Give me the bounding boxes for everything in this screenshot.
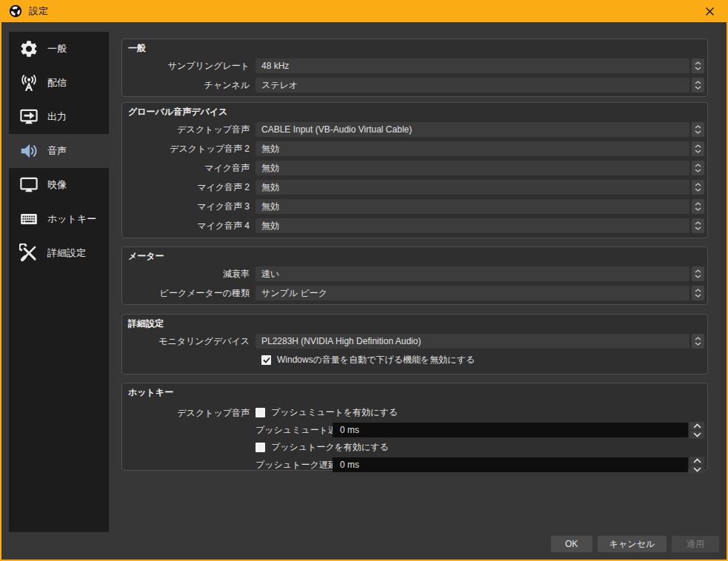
- decay-rate-select[interactable]: 速い: [256, 266, 689, 281]
- spinner-buttons[interactable]: [692, 180, 704, 195]
- display-icon: [18, 174, 40, 196]
- obs-logo-icon: [9, 4, 22, 18]
- form-row-desktop-audio-2: デスクトップ音声 2 無効: [124, 141, 704, 156]
- keyboard-icon: [18, 208, 40, 230]
- spinner-buttons[interactable]: [692, 58, 704, 73]
- push-to-talk-row: プッシュトークを有効にする: [256, 440, 704, 454]
- field-label: デスクトップ音声: [124, 124, 256, 136]
- field-label: プッシュトーク遅延: [256, 459, 333, 471]
- mic-audio-2-select[interactable]: 無効: [256, 180, 689, 195]
- form-row-mic-audio: マイク音声 無効: [124, 161, 704, 175]
- field-label: マイク音声 4: [124, 220, 256, 232]
- push-to-talk-checkbox[interactable]: [256, 443, 265, 452]
- close-icon[interactable]: [697, 0, 722, 22]
- decrement-button[interactable]: [689, 431, 704, 439]
- form-row-desktop-audio: デスクトップ音声 CABLE Input (VB-Audio Virtual C…: [124, 122, 704, 137]
- form-row-sample-rate: サンプリングレート 48 kHz: [124, 58, 704, 73]
- field-label: マイク音声 2: [124, 181, 256, 194]
- group-title: ホットキー: [128, 386, 173, 399]
- push-to-mute-checkbox[interactable]: [256, 408, 265, 417]
- gear-icon: [18, 38, 40, 60]
- mic-audio-select[interactable]: 無効: [256, 161, 689, 175]
- form-row-mic-audio-3: マイク音声 3 無効: [124, 199, 704, 214]
- group-hotkeys: ホットキー デスクトップ音声 プッシュミュートを有効にする プッシュミュート遅延…: [121, 383, 708, 471]
- sidebar-item-label: 映像: [47, 178, 67, 192]
- form-row-peak-meter-type: ピークメーターの種類 サンプル ピーク: [124, 286, 704, 300]
- output-icon: [18, 106, 40, 128]
- field-label: デスクトップ音声 2: [124, 143, 256, 155]
- field-label: チャンネル: [124, 79, 256, 92]
- decrement-button[interactable]: [689, 466, 704, 474]
- desktop-audio-2-select[interactable]: 無効: [256, 141, 689, 156]
- push-to-talk-delay-input[interactable]: 0 ms: [333, 457, 688, 472]
- push-to-mute-delay-input[interactable]: 0 ms: [333, 423, 688, 437]
- window-title: 設定: [29, 4, 48, 18]
- broadcast-icon: [18, 72, 40, 94]
- group-title: 詳細設定: [128, 318, 164, 330]
- peak-meter-type-select[interactable]: サンプル ピーク: [256, 286, 689, 300]
- sidebar-item-label: 音声: [47, 144, 67, 158]
- mic-audio-3-select[interactable]: 無効: [256, 199, 689, 214]
- form-row-mic-audio-2: マイク音声 2 無効: [124, 180, 704, 195]
- sample-rate-select[interactable]: 48 kHz: [256, 58, 689, 73]
- ok-button[interactable]: OK: [551, 536, 592, 552]
- field-label: マイク音声 3: [124, 201, 256, 213]
- spinner-buttons[interactable]: [692, 266, 704, 281]
- sidebar: 一般 配信: [9, 32, 109, 532]
- push-to-mute-delay-row: プッシュミュート遅延 0 ms: [256, 423, 704, 437]
- form-row-channels: チャンネル ステレオ: [124, 78, 704, 93]
- tools-icon: [18, 242, 40, 264]
- sidebar-item-video[interactable]: 映像: [9, 168, 109, 202]
- spinner-buttons[interactable]: [692, 334, 704, 349]
- push-to-talk-delay-row: プッシュトーク遅延 0 ms: [256, 457, 704, 472]
- increment-button[interactable]: [689, 457, 704, 465]
- sidebar-item-label: 出力: [47, 110, 67, 124]
- sidebar-item-output[interactable]: 出力: [9, 100, 109, 134]
- sidebar-item-label: 詳細設定: [47, 246, 86, 260]
- settings-surface: 一般 配信: [1, 22, 727, 560]
- spinner-buttons[interactable]: [692, 78, 704, 93]
- field-label: プッシュミュート遅延: [256, 424, 333, 437]
- group-meters: メーター 減衰率 速い ピークメーターの種類 サンプル ピーク: [121, 246, 708, 305]
- group-title: グローバル音声デバイス: [128, 106, 227, 118]
- field-label: ピークメーターの種類: [124, 287, 256, 300]
- checkbox-label: プッシュミュートを有効にする: [271, 406, 398, 419]
- field-label: モニタリングデバイス: [124, 335, 256, 348]
- sidebar-item-label: ホットキー: [47, 212, 96, 226]
- channels-select[interactable]: ステレオ: [256, 78, 689, 93]
- mic-audio-4-select[interactable]: 無効: [256, 218, 689, 233]
- spinner-buttons[interactable]: [692, 286, 704, 300]
- sidebar-item-audio[interactable]: 音声: [9, 134, 109, 168]
- spinner-buttons[interactable]: [692, 122, 704, 137]
- desktop-audio-select[interactable]: CABLE Input (VB-Audio Virtual Cable): [256, 122, 689, 137]
- sidebar-item-advanced[interactable]: 詳細設定: [9, 236, 109, 270]
- monitoring-device-select[interactable]: PL2283H (NVIDIA High Definition Audio): [256, 334, 689, 349]
- settings-window: 設定 一般: [0, 0, 728, 561]
- field-label: サンプリングレート: [124, 60, 256, 73]
- spinner-buttons[interactable]: [692, 141, 704, 156]
- sidebar-item-label: 一般: [47, 42, 67, 56]
- spinner-buttons[interactable]: [692, 161, 704, 175]
- sidebar-item-general[interactable]: 一般: [9, 32, 109, 66]
- disable-windows-ducking-row: Windowsの音量を自動で下げる機能を無効にする: [261, 353, 704, 366]
- sidebar-item-hotkeys[interactable]: ホットキー: [9, 202, 109, 236]
- checkbox-label: プッシュトークを有効にする: [271, 441, 389, 454]
- group-general: 一般 サンプリングレート 48 kHz チャンネル ステレオ: [121, 38, 708, 97]
- apply-button[interactable]: 適用: [672, 536, 719, 552]
- sidebar-item-stream[interactable]: 配信: [9, 66, 109, 100]
- sidebar-item-label: 配信: [47, 76, 67, 90]
- cancel-button[interactable]: キャンセル: [598, 536, 667, 552]
- disable-windows-ducking-checkbox[interactable]: [261, 355, 271, 365]
- group-advanced: 詳細設定 モニタリングデバイス PL2283H (NVIDIA High Def…: [121, 314, 708, 374]
- field-label: 減衰率: [124, 268, 256, 280]
- titlebar[interactable]: 設定: [0, 0, 728, 22]
- increment-button[interactable]: [689, 422, 704, 430]
- checkbox-label: Windowsの音量を自動で下げる機能を無効にする: [277, 354, 475, 366]
- group-title: 一般: [128, 42, 146, 55]
- group-title: メーター: [128, 250, 164, 263]
- field-label: マイク音声: [124, 162, 256, 175]
- spinner-buttons[interactable]: [692, 199, 704, 214]
- spinner-buttons[interactable]: [692, 218, 704, 233]
- hotkey-device-label: デスクトップ音声: [124, 406, 256, 474]
- form-row-mic-audio-4: マイク音声 4 無効: [124, 218, 704, 233]
